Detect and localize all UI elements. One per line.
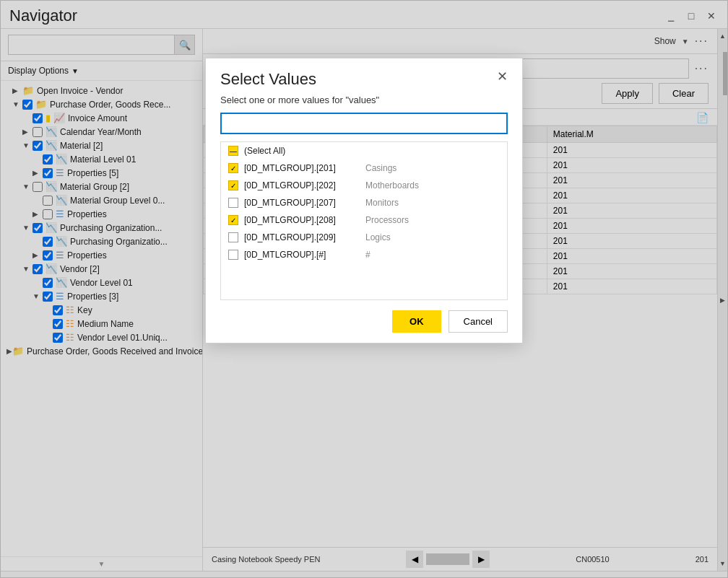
modal-item-value: Processors — [365, 215, 409, 225]
modal-item-value: Logics — [365, 232, 391, 242]
modal-list-item[interactable]: [0D_MTLGROUP].[207]Monitors — [221, 194, 507, 211]
modal-overlay: Select Values ✕ Select one or more value… — [0, 0, 728, 578]
modal-item-checkbox[interactable] — [228, 198, 238, 208]
ok-button[interactable]: OK — [392, 310, 441, 333]
modal-item-key: [0D_MTLGROUP].[209] — [244, 232, 360, 242]
modal-item-checkbox[interactable] — [228, 232, 238, 242]
modal-item-key: [0D_MTLGROUP].[208] — [244, 215, 360, 225]
cancel-modal-button[interactable]: Cancel — [448, 310, 508, 333]
modal-close-button[interactable]: ✕ — [497, 70, 508, 83]
modal-item-key: [0D_MTLGROUP].[207] — [244, 198, 360, 208]
modal-list: —(Select All)✓[0D_MTLGROUP].[201]Casings… — [220, 141, 508, 300]
modal-item-checkbox[interactable]: — — [228, 146, 238, 156]
modal-list-item[interactable]: [0D_MTLGROUP].[209]Logics — [221, 229, 507, 246]
modal-list-item[interactable]: ✓[0D_MTLGROUP].[202]Motherboards — [221, 177, 507, 194]
modal-item-value: Motherboards — [365, 180, 419, 191]
modal-item-value: Monitors — [365, 198, 399, 208]
modal-item-value: Casings — [365, 163, 396, 173]
modal-list-item[interactable]: ✓[0D_MTLGROUP].[201]Casings — [221, 159, 507, 177]
modal-item-checkbox[interactable] — [228, 250, 238, 260]
modal-item-checkbox[interactable]: ✓ — [228, 163, 238, 173]
modal-item-checkbox[interactable]: ✓ — [228, 180, 238, 191]
modal-subtitle: Select one or more values for "values" — [206, 95, 522, 113]
modal-list-item[interactable]: —(Select All) — [221, 142, 507, 159]
modal-list-item[interactable]: ✓[0D_MTLGROUP].[208]Processors — [221, 211, 507, 229]
modal-list-item[interactable]: [0D_MTLGROUP].[#]# — [221, 246, 507, 263]
modal-item-key: [0D_MTLGROUP].[#] — [244, 250, 360, 260]
modal-item-key: [0D_MTLGROUP].[202] — [244, 180, 360, 191]
select-values-modal: Select Values ✕ Select one or more value… — [205, 58, 523, 343]
modal-item-checkbox[interactable]: ✓ — [228, 215, 238, 225]
modal-title: Select Values — [220, 70, 316, 89]
modal-item-value: # — [365, 250, 370, 260]
modal-item-key: (Select All) — [244, 146, 360, 156]
modal-item-key: [0D_MTLGROUP].[201] — [244, 163, 360, 173]
modal-footer: OK Cancel — [206, 300, 522, 343]
modal-header: Select Values ✕ — [206, 58, 522, 95]
modal-search-input[interactable] — [220, 113, 508, 134]
